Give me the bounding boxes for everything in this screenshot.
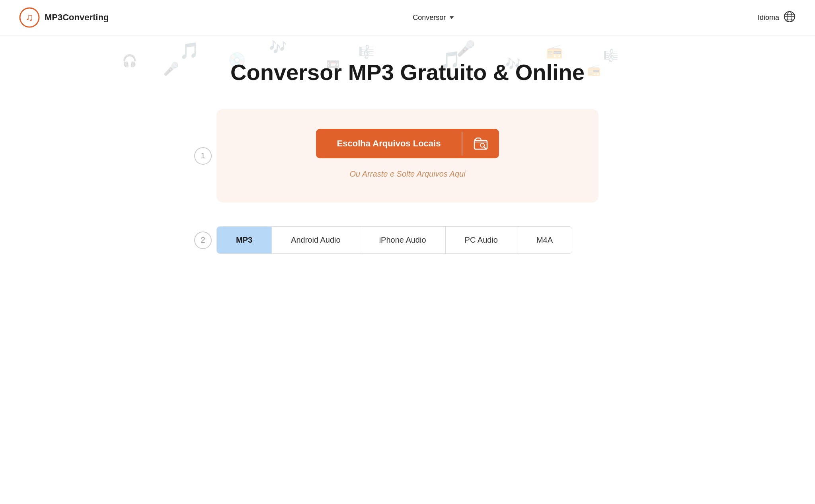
tab-android-audio[interactable]: Android Audio (272, 227, 360, 253)
header-nav[interactable]: Conversor (413, 14, 454, 22)
bg-icon-4: 📻 (546, 43, 563, 59)
hero-title: Conversor MP3 Gratuito & Online (19, 59, 796, 85)
choose-files-label: Escolha Arquivos Locais (316, 129, 462, 158)
folder-search-icon (462, 136, 499, 151)
tabs-wrapper: 2 MP3Android AudioiPhone AudioPC AudioM4… (216, 226, 599, 254)
brand-name: MP3Converting (45, 12, 109, 23)
upload-section: 1 Escolha Arquivos Locais Ou Arraste e S… (0, 109, 815, 218)
upload-box: 1 Escolha Arquivos Locais Ou Arraste e S… (216, 109, 599, 202)
choose-files-button[interactable]: Escolha Arquivos Locais (316, 129, 499, 158)
language-label: Idioma (758, 14, 779, 22)
step-2-badge: 2 (194, 232, 212, 249)
header-left: ♫ MP3Converting (19, 7, 109, 28)
format-tabs-section: 2 MP3Android AudioiPhone AudioPC AudioM4… (0, 218, 815, 270)
header: ♫ MP3Converting Conversor Idioma (0, 0, 815, 35)
tab-m4a[interactable]: M4A (517, 227, 572, 253)
logo-icon: ♫ (19, 7, 40, 28)
nav-conversor-label: Conversor (413, 14, 446, 22)
svg-text:♫: ♫ (25, 11, 33, 23)
hero-section: 🎵🎶🎼🎤📻🎧💿📼🎵🎶🎼🎤📻 Conversor MP3 Gratuito & O… (0, 35, 815, 109)
bg-icon-0: 🎵 (179, 41, 199, 60)
bg-icon-3: 🎤 (456, 40, 475, 57)
language-selector[interactable]: Idioma (758, 10, 796, 25)
format-tabs-list: MP3Android AudioiPhone AudioPC AudioM4A (216, 226, 572, 254)
svg-line-9 (484, 147, 485, 148)
tab-pc-audio[interactable]: PC Audio (446, 227, 517, 253)
tab-mp3[interactable]: MP3 (217, 227, 272, 253)
drag-drop-text: Ou Arraste e Solte Arquivos Aqui (349, 169, 465, 179)
chevron-down-icon (450, 16, 454, 19)
tab-iphone-audio[interactable]: iPhone Audio (360, 227, 446, 253)
bg-icon-2: 🎼 (359, 44, 374, 59)
bg-icon-1: 🎶 (269, 39, 287, 56)
step-1-badge: 1 (194, 147, 212, 165)
globe-icon (783, 10, 796, 25)
